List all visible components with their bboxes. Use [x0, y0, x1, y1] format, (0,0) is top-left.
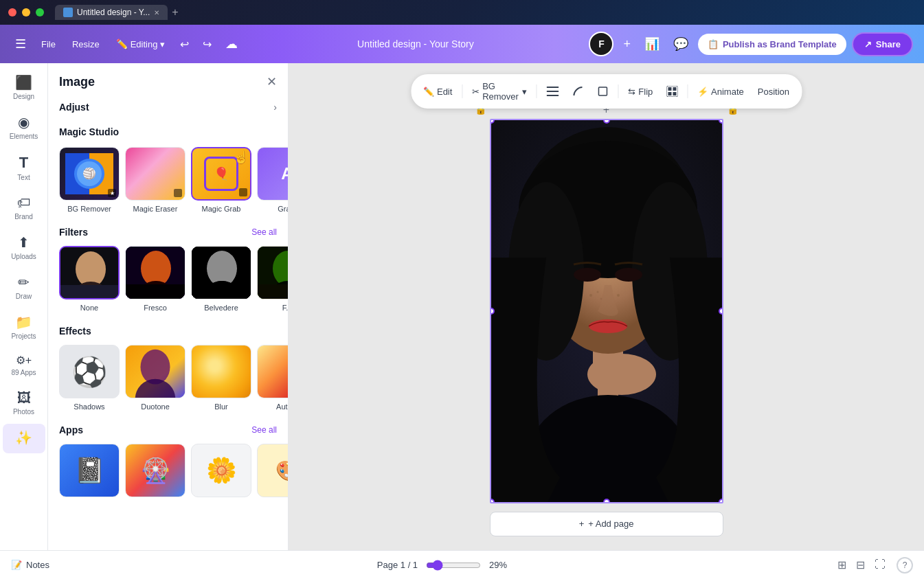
new-tab-btn[interactable]: +: [172, 6, 178, 19]
app-notebook-card[interactable]: 📓: [59, 444, 120, 497]
undo-button[interactable]: ↩: [176, 34, 193, 55]
sidebar-item-draw[interactable]: ✏ Draw: [3, 269, 45, 306]
handle-bottom-right[interactable]: [719, 499, 723, 503]
svg-rect-33: [673, 92, 676, 95]
document-title: Untitled design - Your Story: [357, 38, 474, 49]
panel-close-button[interactable]: ✕: [267, 74, 277, 89]
user-avatar[interactable]: F: [589, 32, 613, 56]
resize-label: Resize: [72, 39, 100, 49]
lines-icon[interactable]: [543, 84, 563, 99]
canvas-frame[interactable]: 🔄 🔒 ⧉ 🗑 ⋯: [490, 119, 723, 503]
effects-grid: ⚽ Shadows: [48, 342, 288, 419]
app-flower-card[interactable]: 🌼: [191, 444, 251, 497]
maximize-traffic-light[interactable]: [36, 8, 44, 16]
editing-label: Editing: [131, 39, 158, 49]
bg-remover-card[interactable]: 🏐 ★ BG Remover: [59, 147, 120, 213]
effect-auto-card[interactable]: Auto...: [257, 345, 288, 411]
app-more-thumb: 🎨: [257, 444, 288, 497]
notes-button[interactable]: 📝 Notes: [11, 560, 49, 570]
tab-area: Untitled design - Y... ✕ +: [55, 5, 179, 20]
filters-see-all[interactable]: See all: [251, 227, 277, 237]
resize-button[interactable]: Resize: [67, 35, 105, 54]
magic-grab-card[interactable]: 🎈 ☝ Magic Grab: [191, 147, 251, 213]
help-button[interactable]: ?: [897, 557, 913, 574]
uploads-icon: ⬆: [18, 234, 30, 251]
projects-icon: 📁: [15, 314, 32, 330]
filter-none-card[interactable]: None: [59, 246, 120, 312]
add-page-button[interactable]: + + Add page: [490, 512, 723, 536]
magic-more-card[interactable]: A Gra...: [257, 147, 288, 213]
edit-button[interactable]: ✏️ Edit: [419, 84, 456, 100]
active-tab[interactable]: Untitled design - Y... ✕: [55, 5, 168, 20]
redo-button[interactable]: ↪: [199, 34, 216, 55]
publish-brand-template-button[interactable]: 📋 Publish as Brand Template: [698, 34, 846, 55]
file-menu[interactable]: File: [36, 35, 61, 54]
editing-button[interactable]: ✏️ Editing ▾: [111, 34, 171, 54]
toolbar-divider-2: [537, 84, 537, 98]
sidebar-item-apps[interactable]: ⚙+ 89 Apps: [3, 348, 45, 382]
filter-belvedere-thumb: [191, 246, 251, 299]
sidebar-item-projects[interactable]: 📁 Projects: [3, 308, 45, 345]
filter-more-thumb: [257, 246, 288, 299]
handle-middle-right[interactable]: [719, 308, 723, 315]
filter-more-label: F...: [282, 304, 288, 312]
effect-blur-card[interactable]: Blur: [191, 345, 251, 411]
magic-studio-section-header[interactable]: Magic Studio: [48, 120, 288, 144]
bg-remover-badge: ★: [108, 189, 116, 197]
app-wheel-card[interactable]: 🎡: [125, 444, 185, 497]
svg-point-45: [596, 291, 598, 293]
sidebar-item-brand[interactable]: 🏷 Brand: [3, 190, 45, 226]
flip-button[interactable]: ⇆ Flip: [624, 84, 657, 100]
effect-shadows-card[interactable]: ⚽ Shadows: [59, 345, 120, 411]
magic-more-label: Gra...: [278, 205, 288, 213]
animate-button[interactable]: ⚡ Animate: [693, 84, 748, 100]
tab-close-btn[interactable]: ✕: [154, 9, 159, 16]
minimize-traffic-light[interactable]: [22, 8, 30, 16]
corner-radius-icon[interactable]: [569, 83, 588, 100]
menu-button[interactable]: ☰: [11, 32, 30, 56]
close-traffic-light[interactable]: [8, 8, 16, 16]
handle-bottom-middle[interactable]: [603, 499, 610, 503]
filter-none-svg: [60, 247, 120, 299]
position-button[interactable]: Position: [754, 84, 793, 100]
add-collaborator-button[interactable]: +: [619, 34, 635, 54]
app-more-card[interactable]: 🎨: [257, 444, 288, 497]
svg-point-42: [615, 268, 642, 282]
adjust-section-header[interactable]: Adjust ›: [48, 95, 288, 120]
fullscreen-button[interactable]: ⛶: [872, 556, 888, 574]
magic-more-letter: A: [281, 164, 288, 183]
top-toolbar: ☰ File Resize ✏️ Editing ▾ ↩ ↪ ☁ Untitle…: [0, 25, 924, 63]
flip-label: Flip: [638, 87, 653, 97]
zoom-slider[interactable]: [426, 560, 481, 571]
crop-icon[interactable]: [594, 83, 613, 100]
sidebar-item-uploads[interactable]: ⬆ Uploads: [3, 229, 45, 266]
sidebar-item-magic[interactable]: ✨: [3, 424, 45, 453]
filter-more-card[interactable]: F...: [257, 246, 288, 312]
handle-top-right[interactable]: [719, 119, 723, 124]
cloud-save-icon[interactable]: ☁: [221, 32, 242, 56]
filter-fresco-card[interactable]: Fresco: [125, 246, 185, 312]
share-button[interactable]: ↗ Share: [852, 32, 913, 56]
effect-duotone-card[interactable]: Duotone: [125, 345, 185, 411]
svg-point-44: [589, 294, 592, 297]
lines-svg: [547, 87, 559, 96]
apps-see-all[interactable]: See all: [251, 425, 277, 435]
grid-view-button[interactable]: ⊞: [835, 556, 849, 574]
sidebar-item-text[interactable]: T Text: [3, 148, 45, 187]
bg-remover-btn[interactable]: ✂ BG Remover ▾: [468, 78, 531, 104]
handle-bottom-left[interactable]: [490, 499, 495, 503]
sidebar-label-photos: Photos: [13, 408, 34, 416]
multi-view-button[interactable]: ⊟: [853, 556, 868, 574]
sidebar-item-photos[interactable]: 🖼 Photos: [3, 385, 45, 421]
analytics-icon[interactable]: 📊: [640, 32, 664, 56]
handle-top-left[interactable]: [490, 119, 495, 124]
share-label: Share: [876, 39, 901, 49]
apps-icon: ⚙+: [16, 354, 32, 367]
sidebar-item-elements[interactable]: ◉ Elements: [3, 109, 45, 146]
magic-eraser-card[interactable]: Magic Eraser: [125, 147, 185, 213]
filter-belvedere-card[interactable]: Belvedere: [191, 246, 251, 312]
texture-icon[interactable]: [662, 83, 681, 100]
page-controls: Page 1 / 1 29%: [58, 560, 826, 571]
sidebar-item-design[interactable]: ⬛ Design: [3, 69, 45, 106]
comments-icon[interactable]: 💬: [669, 32, 692, 56]
